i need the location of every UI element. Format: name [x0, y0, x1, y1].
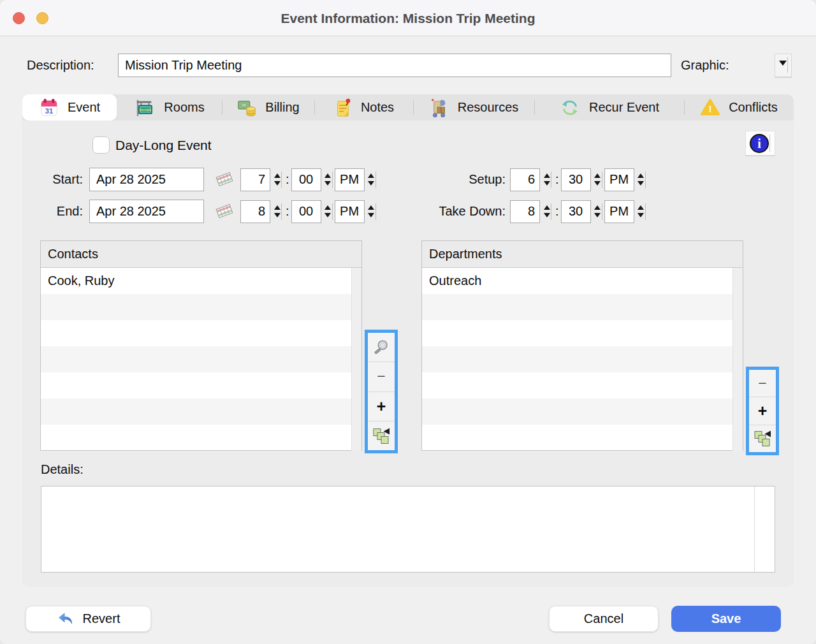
stepper-up-icon[interactable]	[544, 173, 550, 178]
setup-hour-stepper	[540, 168, 553, 191]
setup-meridiem-field[interactable]: PM	[604, 168, 634, 191]
stepper-up-icon[interactable]	[638, 173, 644, 178]
list-item	[422, 346, 732, 372]
stepper-up-icon[interactable]	[638, 205, 644, 210]
stepper-up-icon[interactable]	[274, 205, 280, 210]
end-minute-field[interactable]: 00	[291, 200, 321, 223]
take-down-minute-field[interactable]: 30	[561, 200, 591, 223]
description-label: Description:	[27, 54, 94, 77]
list-item	[41, 294, 351, 320]
stepper-down-icon[interactable]	[594, 181, 601, 186]
contacts-list: Contacts Cook, Ruby	[40, 240, 362, 451]
end-date-picker-icon[interactable]	[212, 201, 237, 222]
tab-label: Notes	[361, 100, 394, 115]
tab-conflicts[interactable]: ! Conflicts	[684, 94, 794, 121]
list-item	[41, 320, 351, 346]
stepper-down-icon[interactable]	[544, 213, 550, 217]
tab-event[interactable]: 31 Event	[22, 94, 117, 121]
tab-notes[interactable]: Notes	[314, 94, 413, 121]
stepper-up-icon[interactable]	[368, 173, 374, 178]
end-minute-stepper	[321, 200, 335, 223]
stepper-up-icon[interactable]	[368, 205, 374, 210]
event-information-dialog: Event Information: Mission Trip Meeting …	[0, 0, 816, 644]
stepper-down-icon[interactable]	[638, 181, 644, 186]
stepper-down-icon[interactable]	[594, 213, 601, 217]
tab-rooms[interactable]: ROOMS Rooms	[117, 94, 222, 121]
start-date-input[interactable]	[89, 168, 204, 191]
setup-minute-field[interactable]: 30	[561, 168, 591, 191]
svg-text:ROOMS: ROOMS	[140, 108, 151, 112]
list-item	[422, 372, 732, 399]
take-down-meridiem-stepper	[634, 200, 648, 223]
list-item[interactable]: Cook, Ruby	[41, 268, 351, 294]
setup-hour-field[interactable]: 6	[510, 168, 540, 191]
minimize-window-button[interactable]	[36, 12, 48, 24]
tab-label: Billing	[265, 100, 299, 115]
stepper-down-icon[interactable]	[274, 181, 280, 186]
stepper-down-icon[interactable]	[544, 181, 550, 186]
event-tab-panel: Day-Long Event i Start: 7 : 00	[22, 121, 794, 587]
scrollbar-track[interactable]	[732, 268, 743, 451]
hand-truck-icon	[429, 98, 449, 117]
search-contacts-button[interactable]	[368, 333, 395, 362]
graphic-dropdown-button[interactable]	[775, 54, 792, 77]
setup-time-group: 6 : 30 PM	[510, 168, 648, 191]
setup-meridiem-stepper	[634, 168, 648, 191]
take-down-hour-field[interactable]: 8	[510, 200, 540, 223]
setup-label: Setup:	[395, 168, 506, 191]
list-item	[422, 425, 732, 451]
description-input[interactable]	[118, 54, 671, 77]
end-hour-stepper	[270, 200, 284, 223]
recur-arrows-icon	[559, 98, 581, 117]
remove-department-button[interactable]: −	[749, 370, 776, 397]
tab-recur-event[interactable]: Recur Event	[534, 94, 684, 121]
scrollbar-track[interactable]	[351, 268, 361, 451]
end-meridiem-field[interactable]: PM	[335, 200, 365, 223]
pick-items-icon	[373, 427, 390, 444]
time-colon: :	[555, 172, 559, 187]
contacts-list-body[interactable]: Cook, Ruby	[41, 268, 361, 451]
pick-contacts-button[interactable]	[368, 421, 395, 450]
end-date-input[interactable]	[89, 200, 204, 223]
tab-billing[interactable]: Billing	[222, 94, 314, 121]
details-textarea[interactable]	[41, 486, 775, 573]
stepper-down-icon[interactable]	[368, 213, 374, 217]
add-department-button[interactable]: +	[749, 397, 776, 424]
stepper-up-icon[interactable]	[594, 173, 601, 178]
start-meridiem-field[interactable]: PM	[335, 168, 365, 191]
stepper-up-icon[interactable]	[324, 205, 331, 210]
add-contact-button[interactable]: +	[368, 392, 395, 421]
scrollbar-track	[754, 487, 755, 572]
stepper-down-icon[interactable]	[324, 213, 331, 217]
take-down-time-group: 8 : 30 PM	[510, 200, 648, 223]
stepper-down-icon[interactable]	[274, 213, 280, 217]
stepper-down-icon[interactable]	[368, 181, 374, 186]
take-down-meridiem-field[interactable]: PM	[604, 200, 634, 223]
cancel-button[interactable]: Cancel	[549, 606, 659, 632]
pick-departments-button[interactable]	[749, 425, 776, 452]
departments-header: Departments	[422, 241, 743, 268]
start-label: Start:	[26, 168, 83, 191]
stepper-up-icon[interactable]	[594, 205, 601, 210]
save-button[interactable]: Save	[671, 606, 781, 632]
tab-resources[interactable]: Resources	[413, 94, 534, 121]
close-window-button[interactable]	[13, 12, 25, 24]
info-button[interactable]: i	[745, 131, 775, 156]
remove-contact-button[interactable]: −	[368, 362, 395, 391]
list-item	[41, 399, 351, 425]
plus-icon: +	[758, 402, 768, 420]
departments-list-body[interactable]: Outreach	[422, 268, 743, 451]
end-hour-field[interactable]: 8	[240, 200, 270, 223]
stepper-down-icon[interactable]	[324, 181, 331, 186]
stepper-up-icon[interactable]	[544, 205, 550, 210]
info-icon: i	[750, 134, 769, 153]
start-date-picker-icon[interactable]	[212, 169, 237, 190]
start-minute-field[interactable]: 00	[291, 168, 321, 191]
stepper-up-icon[interactable]	[274, 173, 280, 178]
stepper-down-icon[interactable]	[638, 213, 644, 217]
revert-button[interactable]: Revert	[26, 606, 151, 632]
start-hour-field[interactable]: 7	[240, 168, 270, 191]
day-long-event-checkbox[interactable]	[92, 136, 110, 154]
list-item[interactable]: Outreach	[422, 268, 732, 294]
stepper-up-icon[interactable]	[324, 173, 331, 178]
